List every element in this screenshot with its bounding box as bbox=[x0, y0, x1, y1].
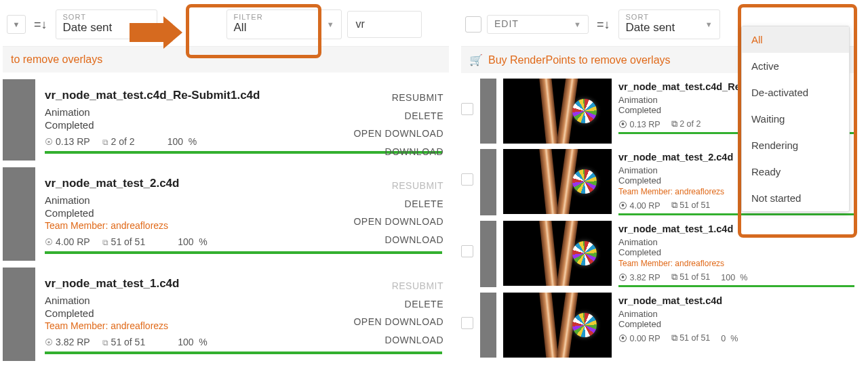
job-thumbnail bbox=[503, 293, 612, 358]
buy-text: to remove overlays bbox=[11, 54, 102, 66]
job-title: vr_node_mat_test.c4d bbox=[618, 295, 854, 306]
job-row: vr_node_mat_test.c4d Animation Completed… bbox=[461, 293, 854, 358]
filter-option-waiting[interactable]: Waiting bbox=[742, 106, 849, 132]
progress-bar bbox=[45, 251, 442, 254]
rp-icon: ⦿ bbox=[618, 334, 627, 343]
resubmit-button[interactable]: RESUBMIT bbox=[353, 277, 443, 295]
open-download-button[interactable]: OPEN DOWNLOAD bbox=[353, 313, 443, 331]
job-thumb-placeholder bbox=[480, 79, 496, 144]
left-panel: ▼ =↓ SORT Date sent FILTER All ▼ vr to r… bbox=[3, 4, 449, 361]
sort-toggle-icon[interactable]: =↓ bbox=[31, 18, 50, 32]
progress-bar bbox=[618, 285, 854, 287]
job-checkbox[interactable] bbox=[461, 103, 473, 115]
open-download-button[interactable]: OPEN DOWNLOAD bbox=[353, 125, 443, 143]
job-stats: ⦿ 0.00 RP ⧉ 51 of 51 0 % bbox=[618, 333, 854, 343]
frames-icon: ⧉ bbox=[671, 119, 677, 129]
filter-dropdown-menu: All Active De-activated Waiting Renderin… bbox=[741, 26, 850, 212]
filter-option-notstarted[interactable]: Not started bbox=[742, 185, 849, 211]
download-button[interactable]: DOWNLOAD bbox=[353, 143, 443, 161]
filter-option-all[interactable]: All bbox=[742, 26, 849, 53]
rp-icon: ⦿ bbox=[45, 338, 53, 347]
job-stats: ⦿ 3.82 RP ⧉ 51 of 51 100 % bbox=[618, 272, 854, 282]
job-thumbnail bbox=[503, 221, 612, 286]
job-thumb-placeholder bbox=[3, 268, 35, 361]
delete-button[interactable]: DELETE bbox=[353, 195, 443, 213]
job-thumbnail bbox=[503, 79, 612, 144]
frames-icon: ⧉ bbox=[671, 200, 677, 210]
job-thumbnail bbox=[503, 149, 612, 214]
job-thumb-placeholder bbox=[480, 149, 496, 215]
job-thumb-placeholder bbox=[480, 221, 496, 287]
job-thumb-placeholder bbox=[3, 167, 35, 261]
cart-icon: 🛒 bbox=[469, 54, 483, 66]
buy-renderpoints-bar[interactable]: to remove overlays bbox=[3, 47, 449, 72]
sort-label: SORT bbox=[626, 13, 713, 21]
filter-option-active[interactable]: Active bbox=[742, 53, 849, 79]
job-actions: RESUBMIT DELETE OPEN DOWNLOAD DOWNLOAD bbox=[353, 89, 443, 161]
progress-bar bbox=[45, 351, 442, 354]
job-actions: RESUBMIT DELETE OPEN DOWNLOAD DOWNLOAD bbox=[353, 277, 443, 349]
delete-button[interactable]: DELETE bbox=[353, 295, 443, 314]
job-team: Team Member: andreaflorezs bbox=[618, 259, 854, 268]
job-checkbox[interactable] bbox=[461, 317, 473, 329]
rp-icon: ⦿ bbox=[618, 201, 627, 211]
job-row: vr_node_mat_test.c4d_Re-Submit1.c4d Anim… bbox=[3, 79, 449, 161]
sort-value: Date sent bbox=[626, 21, 713, 35]
frames-icon: ⧉ bbox=[102, 137, 108, 147]
filter-value: All bbox=[234, 21, 334, 35]
job-row: vr_node_mat_test_1.c4d Animation Complet… bbox=[3, 268, 449, 361]
frames-icon: ⧉ bbox=[102, 338, 108, 347]
job-status: Completed bbox=[618, 247, 854, 257]
left-toolbar: ▼ =↓ SORT Date sent FILTER All ▼ vr bbox=[3, 4, 449, 47]
progress-bar bbox=[618, 213, 854, 215]
job-checkbox[interactable] bbox=[461, 173, 473, 186]
annotation-arrow bbox=[130, 16, 182, 49]
edit-select[interactable]: EDIT ▼ bbox=[487, 15, 589, 34]
filter-select[interactable]: FILTER All ▼ bbox=[226, 9, 342, 39]
chevron-down-icon: ▼ bbox=[705, 20, 713, 28]
rp-icon: ⦿ bbox=[45, 137, 53, 147]
job-title: vr_node_mat_test_1.c4d bbox=[618, 223, 854, 234]
frames-icon: ⧉ bbox=[671, 333, 677, 343]
buy-text: Buy RenderPoints to remove overlays bbox=[488, 54, 671, 66]
right-panel: EDIT ▼ =↓ SORT Date sent ▼ 🛒 Buy RenderP… bbox=[461, 4, 854, 361]
search-input[interactable]: vr bbox=[347, 11, 422, 38]
delete-button[interactable]: DELETE bbox=[353, 107, 443, 125]
actions-dropdown[interactable]: ▼ bbox=[7, 15, 26, 34]
job-thumb-placeholder bbox=[3, 79, 35, 161]
filter-option-ready[interactable]: Ready bbox=[742, 158, 849, 185]
job-status: Completed bbox=[618, 319, 854, 329]
chevron-down-icon: ▼ bbox=[327, 20, 334, 28]
job-actions: RESUBMIT DELETE OPEN DOWNLOAD DOWNLOAD bbox=[353, 177, 443, 249]
frames-icon: ⧉ bbox=[102, 238, 108, 247]
download-button[interactable]: DOWNLOAD bbox=[353, 331, 443, 349]
sort-toggle-icon[interactable]: =↓ bbox=[594, 18, 613, 32]
job-type: Animation bbox=[618, 237, 854, 247]
rp-icon: ⦿ bbox=[618, 273, 627, 282]
rp-icon: ⦿ bbox=[45, 238, 53, 247]
select-all-checkbox[interactable] bbox=[465, 16, 481, 33]
open-download-button[interactable]: OPEN DOWNLOAD bbox=[353, 213, 443, 231]
resubmit-button[interactable]: RESUBMIT bbox=[353, 89, 443, 107]
filter-option-deactivated[interactable]: De-activated bbox=[742, 79, 849, 106]
filter-label: FILTER bbox=[234, 13, 334, 21]
job-row: vr_node_mat_test_1.c4d Animation Complet… bbox=[461, 221, 854, 287]
sort-select[interactable]: SORT Date sent ▼ bbox=[618, 9, 720, 39]
filter-option-rendering[interactable]: Rendering bbox=[742, 132, 849, 158]
job-thumb-placeholder bbox=[480, 293, 496, 358]
edit-label: EDIT bbox=[494, 18, 581, 29]
frames-icon: ⧉ bbox=[671, 272, 677, 282]
rp-icon: ⦿ bbox=[618, 120, 627, 129]
job-checkbox[interactable] bbox=[461, 245, 473, 257]
resubmit-button[interactable]: RESUBMIT bbox=[353, 177, 443, 195]
job-row: vr_node_mat_test_2.c4d Animation Complet… bbox=[3, 167, 449, 261]
chevron-down-icon: ▼ bbox=[574, 20, 581, 28]
job-type: Animation bbox=[618, 309, 854, 319]
download-button[interactable]: DOWNLOAD bbox=[353, 231, 443, 249]
